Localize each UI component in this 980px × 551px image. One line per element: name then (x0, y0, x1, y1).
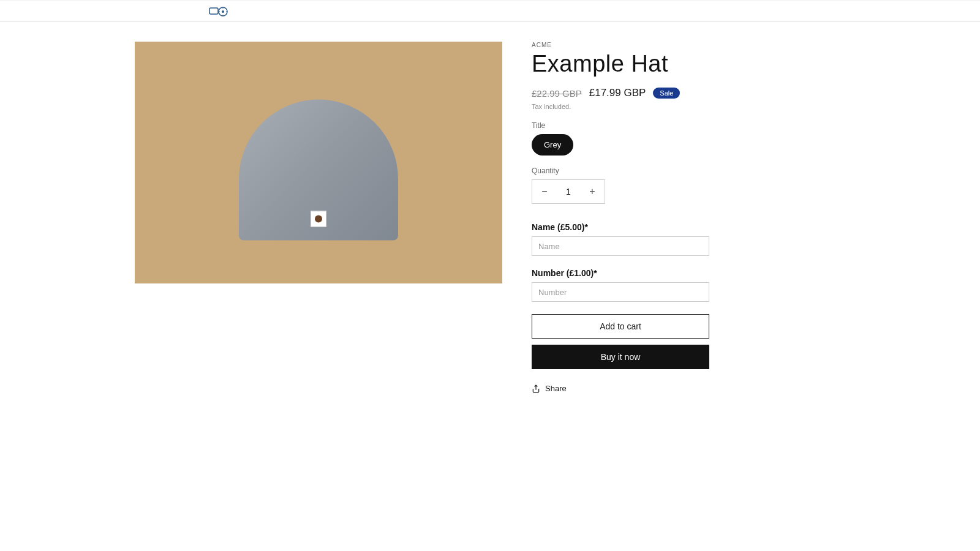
buy-now-button[interactable]: Buy it now (532, 345, 709, 369)
logo-icon (208, 6, 228, 17)
quantity-decrease-button[interactable]: − (532, 180, 557, 203)
add-to-cart-button[interactable]: Add to cart (532, 314, 709, 339)
variant-option-grey[interactable]: Grey (532, 134, 573, 156)
quantity-value[interactable]: 1 (557, 187, 580, 197)
compare-at-price: £22.99 GBP (532, 88, 582, 99)
variant-label: Title (532, 121, 709, 130)
number-input[interactable] (532, 282, 709, 302)
hat-illustration (239, 99, 398, 240)
sale-badge: Sale (653, 88, 680, 99)
product-image[interactable] (135, 42, 502, 283)
quantity-selector: − 1 + (532, 179, 605, 204)
name-input[interactable] (532, 236, 709, 256)
vendor-name: ACME (532, 42, 709, 48)
quantity-increase-button[interactable]: + (580, 180, 605, 203)
hat-brand-tag (311, 211, 326, 227)
product-title: Example Hat (532, 51, 709, 77)
svg-rect-0 (209, 8, 218, 14)
number-field-label: Number (£1.00)* (532, 268, 709, 278)
header-nav (0, 1, 980, 22)
product-container: ACME Example Hat £22.99 GBP £17.99 GBP S… (98, 22, 882, 393)
share-label: Share (545, 384, 567, 393)
share-icon (532, 384, 540, 393)
price-row: £22.99 GBP £17.99 GBP Sale (532, 87, 709, 99)
product-details: ACME Example Hat £22.99 GBP £17.99 GBP S… (532, 42, 709, 393)
quantity-label: Quantity (532, 167, 709, 175)
svg-point-2 (222, 10, 224, 13)
name-field-label: Name (£5.00)* (532, 222, 709, 232)
sale-price: £17.99 GBP (589, 87, 646, 99)
share-button[interactable]: Share (532, 384, 709, 393)
tax-note: Tax included. (532, 103, 709, 110)
logo-area[interactable] (208, 6, 228, 17)
custom-field-name: Name (£5.00)* (532, 222, 709, 256)
custom-field-number: Number (£1.00)* (532, 268, 709, 302)
